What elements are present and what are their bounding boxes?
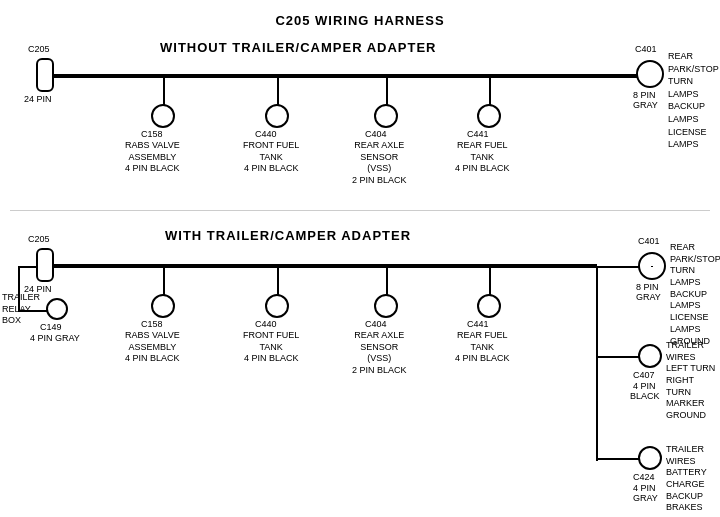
s2-c407-id: C407 (633, 370, 655, 382)
section1-label: WITHOUT TRAILER/CAMPER ADAPTER (160, 40, 437, 55)
s2-c401-vline-up (651, 266, 653, 267)
s2-c404-circle (374, 294, 398, 318)
section1-c401-desc: REAR PARK/STOPTURN LAMPSBACKUP LAMPSLICE… (668, 50, 720, 151)
s1-c158-id: C158 (141, 129, 163, 141)
s2-c149-desc: 4 PIN GRAY (30, 333, 80, 345)
section1-c205-rect (36, 58, 54, 92)
s2-c404-id: C404 (365, 319, 387, 331)
divider (10, 210, 710, 211)
s1-c441-id: C441 (467, 129, 489, 141)
s2-relay-hline (18, 266, 36, 268)
s2-c158-circle (151, 294, 175, 318)
s2-c401-hline (596, 266, 640, 268)
section2-c205-rect (36, 248, 54, 282)
section1-c401-id: C401 (635, 44, 657, 56)
s2-c440-id: C440 (255, 319, 277, 331)
s2-c158-id: C158 (141, 319, 163, 331)
s1-c440-vline (277, 76, 279, 106)
s2-c440-desc: FRONT FUELTANK4 PIN BLACK (243, 330, 299, 365)
section1-main-line (52, 74, 656, 78)
s2-c441-vline (489, 266, 491, 296)
s2-c424-hline (596, 458, 640, 460)
s2-c424-color: GRAY (633, 493, 658, 505)
section2-main-line (52, 264, 597, 268)
s2-c424-id: C424 (633, 472, 655, 484)
s2-c158-vline (163, 266, 165, 296)
s2-c158-desc: RABS VALVEASSEMBLY4 PIN BLACK (125, 330, 180, 365)
s2-c407-color: BLACK (630, 391, 660, 403)
s1-c440-desc: FRONT FUELTANK4 PIN BLACK (243, 140, 299, 175)
s2-c441-id: C441 (467, 319, 489, 331)
section1-c205-id: C205 (28, 44, 50, 56)
s1-c441-desc: REAR FUELTANK4 PIN BLACK (455, 140, 510, 175)
s2-c440-vline (277, 266, 279, 296)
section1-c205-pins: 24 PIN (24, 94, 52, 106)
s1-c404-vline (386, 76, 388, 106)
s1-c441-vline (489, 76, 491, 106)
s2-c407-circle (638, 344, 662, 368)
section1-c401-color: GRAY (633, 100, 658, 112)
page-title: C205 WIRING HARNESS (0, 5, 720, 28)
s2-c424-circle (638, 446, 662, 470)
section2-label: WITH TRAILER/CAMPER ADAPTER (165, 228, 411, 243)
s2-c440-circle (265, 294, 289, 318)
s2-c401-id: C401 (638, 236, 660, 248)
s2-c441-desc: REAR FUELTANK4 PIN BLACK (455, 330, 510, 365)
s2-c401-desc: REAR PARK/STOPTURN LAMPSBACKUP LAMPSLICE… (670, 242, 720, 347)
s2-relay-label: TRAILERRELAYBOX (2, 292, 40, 327)
s2-c407-hline (596, 356, 640, 358)
section1-c401-circle (636, 60, 664, 88)
s1-c158-desc: RABS VALVEASSEMBLY4 PIN BLACK (125, 140, 180, 175)
s1-c440-id: C440 (255, 129, 277, 141)
s1-c158-vline (163, 76, 165, 106)
s2-c404-desc: REAR AXLESENSOR(VSS)2 PIN BLACK (352, 330, 407, 377)
s2-c407-desc: TRAILER WIRESLEFT TURNRIGHT TURNMARKERGR… (666, 340, 720, 422)
s2-c404-vline (386, 266, 388, 296)
s2-c149-circle (46, 298, 68, 320)
s2-right-vline (596, 266, 598, 461)
s1-c404-circle (374, 104, 398, 128)
s1-c441-circle (477, 104, 501, 128)
wiring-diagram: C205 WIRING HARNESS WITHOUT TRAILER/CAMP… (0, 0, 720, 500)
s2-c424-desc: TRAILER WIRESBATTERY CHARGEBACKUPBRAKES (666, 444, 720, 514)
section2-c205-id: C205 (28, 234, 50, 246)
s2-c401-color: GRAY (636, 292, 661, 304)
s2-c441-circle (477, 294, 501, 318)
s1-c404-id: C404 (365, 129, 387, 141)
s1-c440-circle (265, 104, 289, 128)
s2-c149-id: C149 (40, 322, 62, 334)
s1-c158-circle (151, 104, 175, 128)
s1-c404-desc: REAR AXLESENSOR(VSS)2 PIN BLACK (352, 140, 407, 187)
